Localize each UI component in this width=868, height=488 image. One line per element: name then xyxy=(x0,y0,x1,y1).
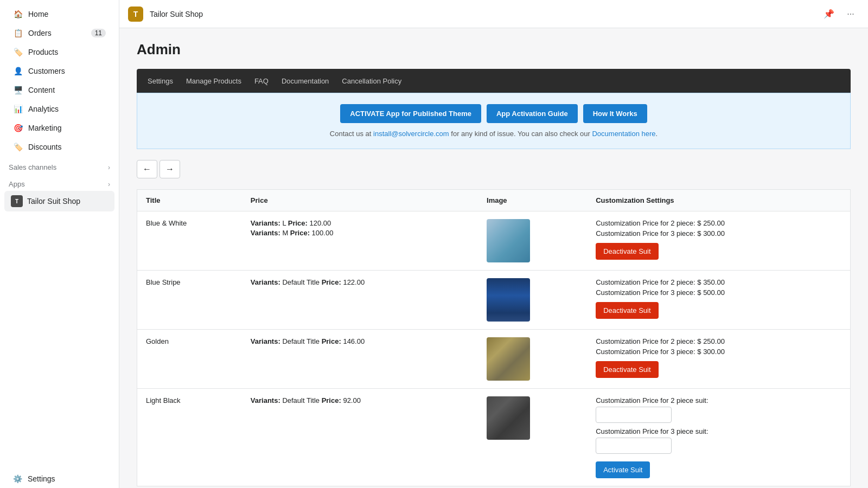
sidebar-item-tailor-suit-shop[interactable]: T Tailor Suit Shop xyxy=(4,191,114,211)
customization-price-3: Customization Price for 3 piece: $ 500.0… xyxy=(596,288,841,297)
table-header-row: Title Price Image Customization Settings xyxy=(137,190,851,211)
doc-link[interactable]: Documentation here xyxy=(592,130,655,138)
next-page-button[interactable]: → xyxy=(159,160,180,178)
product-variants-cell: Variants: Default Title Price: 92.00 xyxy=(242,389,478,486)
page-content: Admin Settings Manage Products FAQ Docum… xyxy=(119,28,868,488)
products-icon: 🏷️ xyxy=(13,47,23,57)
sidebar-item-analytics[interactable]: 📊 Analytics xyxy=(4,100,114,118)
sales-channels-chevron: › xyxy=(108,164,110,171)
product-image-cell xyxy=(478,330,587,389)
apps-label: Apps xyxy=(9,180,25,188)
variants-label: Variants: xyxy=(251,278,280,286)
price-label: Price: xyxy=(322,337,341,345)
customers-icon: 👤 xyxy=(13,66,23,76)
app-nav-bar: Settings Manage Products FAQ Documentati… xyxy=(137,69,851,93)
product-image xyxy=(487,219,530,262)
sidebar: 🏠 Home 📋 Orders 11 🏷️ Products 👤 Custome… xyxy=(0,0,119,488)
deactivate-suit-button[interactable]: Deactivate Suit xyxy=(596,243,658,260)
sidebar-item-home[interactable]: 🏠 Home xyxy=(4,5,114,23)
page-title: Admin xyxy=(137,41,851,58)
variant-price: 122.00 xyxy=(343,278,365,286)
price-label: Price: xyxy=(288,219,308,227)
sidebar-item-label: Orders xyxy=(28,29,52,37)
customization-cell: Customization Price for 2 piece suit: Cu… xyxy=(587,389,850,486)
apps-chevron: › xyxy=(108,181,110,188)
sidebar-item-label: Analytics xyxy=(28,105,59,113)
banner-contact-text: Contact us at install@solvercircle.com f… xyxy=(330,130,658,138)
home-icon: 🏠 xyxy=(13,9,23,19)
sidebar-item-discounts[interactable]: 🏷️ Discounts xyxy=(4,138,114,156)
activate-suit-button[interactable]: Activate Suit xyxy=(596,461,650,478)
analytics-icon: 📊 xyxy=(13,104,23,114)
apps-section[interactable]: Apps › xyxy=(0,174,119,190)
customization-cell: Customization Price for 2 piece: $ 250.0… xyxy=(587,330,850,389)
sidebar-item-products[interactable]: 🏷️ Products xyxy=(4,43,114,61)
sidebar-item-label: Customers xyxy=(28,67,65,75)
more-button[interactable]: ··· xyxy=(842,5,859,23)
product-image-cell xyxy=(478,211,587,271)
variant-price: 120.00 xyxy=(310,219,331,227)
nav-faq[interactable]: FAQ xyxy=(254,70,269,92)
sidebar-item-label: Home xyxy=(28,10,48,18)
customization-cell: Customization Price for 2 piece: $ 250.0… xyxy=(587,211,850,271)
customization-price-2-input[interactable] xyxy=(596,407,672,423)
variant-line: Variants: Default Title Price: 92.00 xyxy=(251,396,469,404)
prev-page-button[interactable]: ← xyxy=(137,160,157,178)
variant-price: 146.00 xyxy=(343,337,365,345)
variants-label: Variants: xyxy=(251,219,280,227)
sidebar-item-settings[interactable]: ⚙️ Settings xyxy=(4,470,114,487)
customization-price-2: Customization Price for 2 piece: $ 350.0… xyxy=(596,278,841,286)
variant-name: Default Title xyxy=(282,337,321,345)
variant-line: Variants: L Price: 120.00 xyxy=(251,219,469,227)
variant-price: 92.00 xyxy=(343,396,361,404)
col-price: Price xyxy=(242,190,478,211)
deactivate-suit-button[interactable]: Deactivate Suit xyxy=(596,302,658,319)
product-image xyxy=(487,396,530,440)
product-variants-cell: Variants: L Price: 120.00 Variants: M Pr… xyxy=(242,211,478,271)
table-row: Light Black Variants: Default Title Pric… xyxy=(137,389,851,486)
sidebar-item-customers[interactable]: 👤 Customers xyxy=(4,62,114,80)
product-title-cell: Golden xyxy=(137,330,242,389)
table-row: Blue Stripe Variants: Default Title Pric… xyxy=(137,271,851,330)
pin-icon: 📌 xyxy=(824,9,834,19)
orders-badge: 11 xyxy=(91,29,106,37)
customization-price-2-label: Customization Price for 2 piece suit: xyxy=(596,396,841,404)
price-label: Price: xyxy=(290,229,310,237)
variant-name: Default Title xyxy=(282,396,321,404)
more-icon: ··· xyxy=(847,9,854,19)
deactivate-suit-button[interactable]: Deactivate Suit xyxy=(596,361,658,378)
product-title: Blue & White xyxy=(146,219,187,227)
content-icon: 🖥️ xyxy=(13,85,23,95)
marketing-icon: 🎯 xyxy=(13,123,23,133)
nav-settings[interactable]: Settings xyxy=(148,70,173,92)
customization-price-3-input[interactable] xyxy=(596,438,672,454)
nav-documentation[interactable]: Documentation xyxy=(282,70,329,92)
contact-email[interactable]: install@solvercircle.com xyxy=(373,130,449,138)
nav-cancellation-policy[interactable]: Cancellation Policy xyxy=(342,70,401,92)
activation-banner: ACTIVATE App for Published Theme App Act… xyxy=(137,93,851,149)
sidebar-item-content[interactable]: 🖥️ Content xyxy=(4,81,114,99)
product-image-cell xyxy=(478,389,587,486)
sales-channels-section[interactable]: Sales channels › xyxy=(0,157,119,174)
sidebar-item-label: Content xyxy=(28,86,55,94)
table-row: Blue & White Variants: L Price: 120.00 V… xyxy=(137,211,851,271)
variant-name: M xyxy=(282,229,290,237)
product-title: Blue Stripe xyxy=(146,278,181,286)
col-customization: Customization Settings xyxy=(587,190,850,211)
sidebar-item-label: Products xyxy=(28,48,58,56)
price-label: Price: xyxy=(322,278,341,286)
how-it-works-button[interactable]: How It Works xyxy=(583,104,647,123)
contact-end: . xyxy=(656,130,658,138)
app-activation-guide-button[interactable]: App Activation Guide xyxy=(487,104,578,123)
product-image-cell xyxy=(478,271,587,330)
nav-manage-products[interactable]: Manage Products xyxy=(186,70,241,92)
variant-name: L xyxy=(282,219,288,227)
pin-button[interactable]: 📌 xyxy=(820,5,838,23)
variant-line: Variants: M Price: 100.00 xyxy=(251,229,469,237)
sidebar-item-marketing[interactable]: 🎯 Marketing xyxy=(4,119,114,137)
activate-theme-button[interactable]: ACTIVATE App for Published Theme xyxy=(340,104,481,123)
sidebar-item-orders[interactable]: 📋 Orders 11 xyxy=(4,24,114,42)
variants-label: Variants: xyxy=(251,337,280,345)
product-variants-cell: Variants: Default Title Price: 122.00 xyxy=(242,271,478,330)
col-image: Image xyxy=(478,190,587,211)
